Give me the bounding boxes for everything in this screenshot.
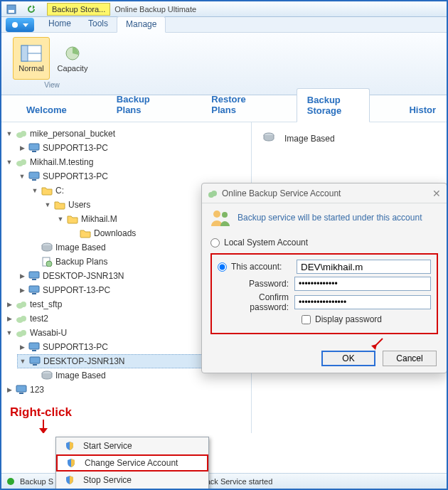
tree-label: test2 xyxy=(30,314,48,324)
monitor-icon xyxy=(28,285,40,295)
chevron-down-icon[interactable] xyxy=(6,130,13,137)
chevron-right-icon[interactable] xyxy=(18,287,26,294)
chart-icon xyxy=(62,45,83,62)
svg-point-2 xyxy=(12,22,18,28)
chevron-right-icon[interactable] xyxy=(6,301,13,308)
tree-row[interactable]: 123 xyxy=(4,383,248,397)
ribbon-body: NormalCapacity View xyxy=(1,33,447,95)
tree-row[interactable]: SUPPORT13-PC xyxy=(17,169,248,183)
refresh-icon[interactable] xyxy=(21,2,41,16)
status-text-1: Backup S xyxy=(20,477,53,486)
menu-item-start-service[interactable]: Start Service xyxy=(56,437,208,454)
subtab-welcome[interactable]: Welcome xyxy=(16,98,78,122)
annotation-arrow-icon xyxy=(37,420,50,433)
subtab-restore-plans[interactable]: Restore Plans xyxy=(201,87,268,122)
radio-this-input[interactable] xyxy=(218,262,227,272)
tree-label: SUPPORT13-PC xyxy=(43,143,108,153)
content-item[interactable]: Image Based xyxy=(259,129,439,148)
people-icon xyxy=(210,209,230,226)
subtab-backup-storage[interactable]: Backup Storage xyxy=(297,88,370,122)
shield-icon xyxy=(62,441,78,451)
ok-button[interactable]: OK xyxy=(321,351,375,366)
chevron-down-icon[interactable] xyxy=(31,187,38,194)
chevron-down-icon[interactable] xyxy=(18,173,26,180)
svg-rect-21 xyxy=(32,293,36,294)
confirm-password-field[interactable] xyxy=(294,295,431,309)
chevron-right-icon[interactable] xyxy=(6,386,13,393)
confirm-password-label: Confirm password: xyxy=(218,292,289,312)
app-title: Online Backup Ultimate xyxy=(114,5,196,14)
ribbon-button-capacity[interactable]: Capacity xyxy=(54,37,91,80)
cloud-icon xyxy=(16,129,27,139)
folder-icon xyxy=(80,228,91,238)
menu-item-change-service-account[interactable]: Change Service Account xyxy=(56,454,208,472)
monitor-icon xyxy=(28,171,40,181)
svg-rect-9 xyxy=(29,144,39,150)
svg-point-12 xyxy=(21,159,26,165)
cancel-button[interactable]: Cancel xyxy=(383,351,437,366)
close-icon[interactable]: ✕ xyxy=(432,188,441,199)
dialog-subtitle: Backup service will be started under thi… xyxy=(238,213,422,223)
ribbon-group-label: View xyxy=(44,81,60,89)
ribbon-tabs: HomeToolsManage xyxy=(1,17,447,33)
password-field[interactable] xyxy=(294,277,431,291)
subtabs: WelcomeBackup PlansRestore PlansBackup S… xyxy=(1,95,447,122)
panels-icon xyxy=(21,45,42,62)
highlight-box: This account: Password: Confirm password… xyxy=(210,253,438,334)
ribbon-tab-manage[interactable]: Manage xyxy=(117,16,166,33)
svg-rect-1 xyxy=(9,10,14,13)
radio-local-system[interactable]: Local System Account xyxy=(210,235,438,250)
document-tab[interactable]: Backup Stora... xyxy=(47,3,110,16)
tree-label: Users xyxy=(68,200,90,210)
cloud-icon xyxy=(16,328,27,338)
chevron-right-icon[interactable] xyxy=(18,144,26,151)
svg-rect-10 xyxy=(32,151,36,152)
dialog-title: Online Backup Service Account xyxy=(222,188,341,198)
ribbon-button-normal[interactable]: Normal xyxy=(13,37,50,80)
menu-item-label: Start Service xyxy=(83,441,132,451)
tree-spacer xyxy=(31,258,38,265)
folder-icon xyxy=(67,214,78,224)
radio-this-account[interactable]: This account: xyxy=(218,259,431,275)
chevron-down-icon[interactable] xyxy=(6,329,13,336)
ribbon-tab-home[interactable]: Home xyxy=(40,16,80,32)
display-password-checkbox[interactable] xyxy=(302,315,311,324)
menu-item-stop-service[interactable]: Stop Service xyxy=(56,472,208,489)
svg-rect-19 xyxy=(32,279,36,280)
monitor-icon xyxy=(28,271,40,281)
chevron-down-icon[interactable] xyxy=(44,201,51,208)
content-item-label: Image Based xyxy=(284,134,335,144)
tree-label: Mikhail.M xyxy=(81,214,117,224)
monitor-icon xyxy=(28,143,40,153)
chevron-down-icon[interactable] xyxy=(57,215,64,223)
tree-label: Downloads xyxy=(94,228,136,238)
disk-icon xyxy=(41,371,53,380)
tree-label: SUPPORT-13-PC xyxy=(43,285,110,295)
chevron-right-icon[interactable] xyxy=(6,315,13,322)
subtab-histor[interactable]: Histor xyxy=(398,98,447,122)
tree-spacer xyxy=(31,372,38,379)
tree-label: C: xyxy=(55,186,64,196)
chevron-down-icon[interactable] xyxy=(19,358,26,365)
tree-label: SUPPORT13-PC xyxy=(43,171,108,181)
account-field[interactable] xyxy=(297,260,431,274)
svg-rect-28 xyxy=(29,343,39,349)
status-indicator-icon xyxy=(7,478,14,485)
ribbon-tab-tools[interactable]: Tools xyxy=(80,16,117,32)
svg-rect-31 xyxy=(33,364,37,366)
app-menu-button[interactable] xyxy=(6,18,34,32)
radio-local-input[interactable] xyxy=(210,238,220,247)
chevron-down-icon[interactable] xyxy=(6,159,13,166)
save-icon[interactable] xyxy=(1,2,21,16)
tree-row[interactable]: SUPPORT13-PC xyxy=(17,141,248,155)
dialog-header: Backup service will be started under thi… xyxy=(202,203,447,232)
tree-row[interactable]: Mikhail.M.testing xyxy=(4,155,248,169)
chevron-right-icon[interactable] xyxy=(18,343,26,351)
subtab-backup-plans[interactable]: Backup Plans xyxy=(106,87,172,122)
chevron-right-icon[interactable] xyxy=(18,272,26,279)
tree-label: SUPPORT13-PC xyxy=(43,342,108,352)
svg-rect-33 xyxy=(16,385,26,392)
dialog-titlebar: Online Backup Service Account ✕ xyxy=(202,183,447,203)
tree-row[interactable]: mike_personal_bucket xyxy=(4,127,248,141)
tree-label: DESKTOP-JSNR13N xyxy=(43,356,124,366)
